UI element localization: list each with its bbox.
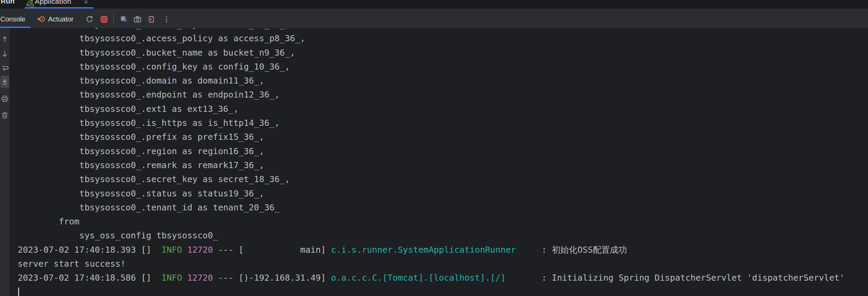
- console-line: tbsysossco0_.domain as domain11_36_,: [18, 74, 844, 88]
- console-toolbar: Console Actuator: [0, 9, 868, 28]
- console-line: tbsysossco0_.endpoint as endpoin12_36_,: [18, 88, 844, 102]
- attach-debugger-icon[interactable]: [120, 15, 128, 24]
- stop-icon[interactable]: [100, 15, 108, 24]
- console-line: from: [18, 214, 844, 228]
- console-line: tbsysossco0_.remark as remark17_36_,: [18, 158, 844, 172]
- console-line: tbsysossco0_.config_key as config_10_36_…: [18, 60, 844, 74]
- soft-wrap-icon[interactable]: [1, 64, 9, 72]
- console-line: 2023-07-02 17:40:18.393 [] INFO 12720 --…: [18, 243, 844, 257]
- thread-dump-icon[interactable]: [133, 15, 142, 24]
- text-cursor: [18, 287, 19, 296]
- tool-window-title: Run: [1, 0, 15, 5]
- run-tab-bar: Run Application ✕: [0, 0, 868, 9]
- scroll-to-end-icon[interactable]: [1, 78, 9, 86]
- console-line: tbsysossco0_.status as status19_36_,: [18, 187, 844, 201]
- console-line: server start success!: [18, 257, 844, 271]
- console-line: sys_oss_config tbsysossco0_: [18, 228, 844, 242]
- print-icon[interactable]: [1, 95, 9, 103]
- console-line: tbsysossco0_.bucket_name as bucket_n9_36…: [18, 46, 844, 60]
- rerun-icon[interactable]: [86, 15, 94, 24]
- console-side-toolbar: [0, 28, 10, 296]
- actuator-icon: [37, 15, 45, 24]
- clear-all-icon[interactable]: [1, 111, 9, 119]
- console-line: [18, 285, 844, 296]
- console-line: tbsysossco0_.tenant_id as tenant_20_36_: [18, 201, 844, 214]
- more-options-icon[interactable]: [162, 15, 171, 24]
- exit-icon[interactable]: [147, 15, 155, 24]
- console-line: tbsysossco0_.prefix as prefix15_36_,: [18, 130, 844, 144]
- console-line: tbsysossco0_.access_policy as access_p8_…: [18, 31, 844, 45]
- run-tool-window: Run Application ✕ Console: [0, 0, 868, 296]
- close-icon[interactable]: ✕: [84, 0, 88, 6]
- console-line: tbsysossco0_.secret_key as secret_18_36_…: [18, 172, 844, 186]
- console-output[interactable]: tbsysossco0_.access_key as access_k7_36_…: [10, 28, 868, 296]
- console-line: tbsysossco0_.access_key as access_k7_36_…: [18, 28, 844, 31]
- console-text: tbsysossco0_.access_key as access_k7_36_…: [18, 28, 844, 296]
- tab-application-label: Application: [35, 0, 71, 5]
- console-line: tbsysossco0_.region as region16_36_,: [18, 144, 844, 158]
- tab-console[interactable]: Console: [0, 15, 25, 23]
- console-line: tbsysossco0_.is_https as is_http14_36_,: [18, 116, 844, 130]
- console-line: 2023-07-02 17:40:18.586 [] INFO 12720 --…: [18, 271, 844, 285]
- spring-boot-icon: [25, 0, 34, 8]
- up-stack-icon[interactable]: [1, 35, 9, 43]
- tab-actuator-label: Actuator: [48, 15, 73, 23]
- console-line: tbsysossco0_.ext1 as ext13_36_,: [18, 102, 844, 116]
- down-stack-icon[interactable]: [1, 50, 9, 58]
- toolbar-separator: [113, 13, 114, 24]
